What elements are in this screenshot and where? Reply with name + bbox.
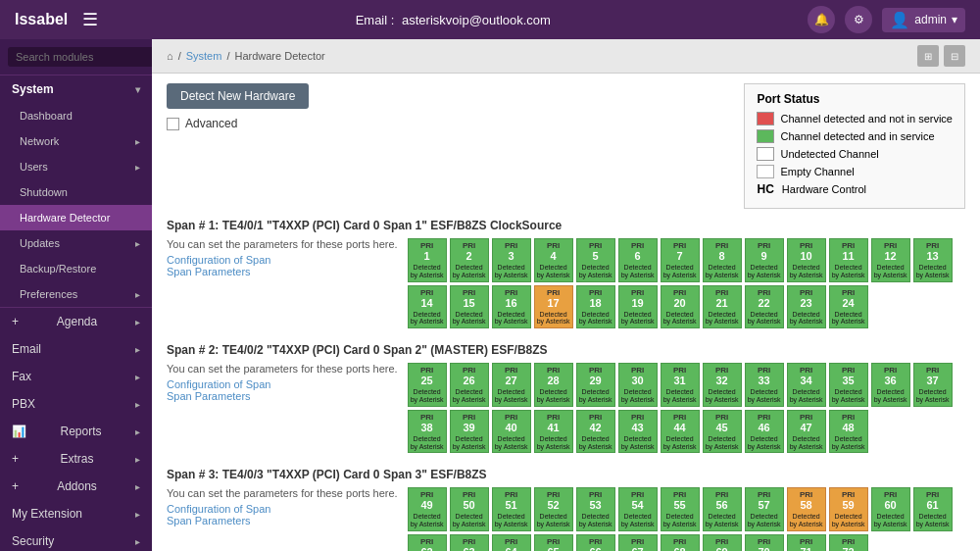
port-cell-68[interactable]: PRI 68 Detected by Asterisk [661, 534, 700, 551]
port-cell-52[interactable]: PRI 52 Detected by Asterisk [534, 487, 573, 531]
sidebar-item-addons[interactable]: + Addons ▸ [0, 473, 152, 500]
port-cell-25[interactable]: PRI 25 Detected by Asterisk [408, 363, 447, 407]
sidebar-item-security[interactable]: Security ▸ [0, 527, 152, 551]
search-input[interactable] [8, 47, 152, 67]
port-cell-29[interactable]: PRI 29 Detected by Asterisk [576, 363, 615, 407]
port-cell-70[interactable]: PRI 70 Detected by Asterisk [745, 534, 784, 551]
port-cell-53[interactable]: PRI 53 Detected by Asterisk [576, 487, 615, 531]
port-cell-65[interactable]: PRI 65 Detected by Asterisk [534, 534, 573, 551]
port-cell-66[interactable]: PRI 66 Detected by Asterisk [576, 534, 615, 551]
port-cell-7[interactable]: PRI 7 Detected by Asterisk [661, 238, 700, 282]
port-cell-38[interactable]: PRI 38 Detected by Asterisk [408, 410, 447, 454]
port-cell-17[interactable]: PRI 17 Detected by Asterisk [534, 285, 573, 329]
sidebar-item-network[interactable]: Network ▸ [0, 128, 152, 154]
sidebar-item-shutdown[interactable]: Shutdown [0, 179, 152, 205]
port-cell-1[interactable]: PRI 1 Detected by Asterisk [408, 238, 447, 282]
port-cell-6[interactable]: PRI 6 Detected by Asterisk [618, 238, 658, 282]
port-cell-15[interactable]: PRI 15 Detected by Asterisk [450, 285, 489, 329]
port-cell-69[interactable]: PRI 69 Detected by Asterisk [703, 534, 742, 551]
port-cell-20[interactable]: PRI 20 Detected by Asterisk [661, 285, 700, 329]
sidebar-item-fax[interactable]: Fax ▸ [0, 363, 152, 390]
port-cell-51[interactable]: PRI 51 Detected by Asterisk [492, 487, 531, 531]
port-cell-32[interactable]: PRI 32 Detected by Asterisk [703, 363, 742, 407]
port-cell-3[interactable]: PRI 3 Detected by Asterisk [492, 238, 531, 282]
port-cell-30[interactable]: PRI 30 Detected by Asterisk [618, 363, 658, 407]
port-cell-19[interactable]: PRI 19 Detected by Asterisk [618, 285, 658, 329]
port-cell-12[interactable]: PRI 12 Detected by Asterisk [871, 238, 910, 282]
port-cell-39[interactable]: PRI 39 Detected by Asterisk [450, 410, 489, 454]
detect-hardware-button[interactable]: Detect New Hardware [167, 83, 309, 109]
port-cell-16[interactable]: PRI 16 Detected by Asterisk [492, 285, 531, 329]
port-cell-49[interactable]: PRI 49 Detected by Asterisk [408, 487, 447, 531]
sidebar-item-pbx[interactable]: PBX ▸ [0, 390, 152, 418]
port-cell-60[interactable]: PRI 60 Detected by Asterisk [871, 487, 910, 531]
sidebar-item-updates[interactable]: Updates ▸ [0, 230, 152, 256]
sidebar-item-dashboard[interactable]: Dashboard [0, 103, 152, 128]
port-cell-63[interactable]: PRI 63 Detected by Asterisk [450, 534, 489, 551]
port-cell-61[interactable]: PRI 61 Detected by Asterisk [913, 487, 953, 531]
sidebar-item-backup[interactable]: Backup/Restore [0, 256, 152, 281]
bell-button[interactable]: 🔔 [808, 6, 835, 33]
port-cell-22[interactable]: PRI 22 Detected by Asterisk [745, 285, 784, 329]
port-cell-56[interactable]: PRI 56 Detected by Asterisk [703, 487, 742, 531]
port-cell-67[interactable]: PRI 67 Detected by Asterisk [618, 534, 658, 551]
port-cell-48[interactable]: PRI 48 Detected by Asterisk [829, 410, 868, 454]
hamburger-icon[interactable]: ☰ [82, 9, 98, 30]
sidebar-item-my-extension[interactable]: My Extension ▸ [0, 500, 152, 527]
port-cell-42[interactable]: PRI 42 Detected by Asterisk [576, 410, 615, 454]
port-cell-28[interactable]: PRI 28 Detected by Asterisk [534, 363, 573, 407]
port-cell-50[interactable]: PRI 50 Detected by Asterisk [450, 487, 489, 531]
port-cell-13[interactable]: PRI 13 Detected by Asterisk [913, 238, 953, 282]
span-config-link1[interactable]: Configuration of Span [167, 503, 270, 515]
port-cell-41[interactable]: PRI 41 Detected by Asterisk [534, 410, 573, 454]
port-cell-33[interactable]: PRI 33 Detected by Asterisk [745, 363, 784, 407]
port-cell-18[interactable]: PRI 18 Detected by Asterisk [576, 285, 615, 329]
sidebar-item-preferences[interactable]: Preferences ▸ [0, 281, 152, 307]
port-cell-37[interactable]: PRI 37 Detected by Asterisk [913, 363, 953, 407]
port-cell-4[interactable]: PRI 4 Detected by Asterisk [534, 238, 573, 282]
port-cell-72[interactable]: PRI 72 Detected by Asterisk [829, 534, 868, 551]
port-cell-2[interactable]: PRI 2 Detected by Asterisk [450, 238, 489, 282]
port-cell-24[interactable]: PRI 24 Detected by Asterisk [829, 285, 868, 329]
port-cell-43[interactable]: PRI 43 Detected by Asterisk [618, 410, 658, 454]
port-cell-55[interactable]: PRI 55 Detected by Asterisk [661, 487, 700, 531]
port-cell-26[interactable]: PRI 26 Detected by Asterisk [450, 363, 489, 407]
port-cell-46[interactable]: PRI 46 Detected by Asterisk [745, 410, 784, 454]
port-cell-45[interactable]: PRI 45 Detected by Asterisk [703, 410, 742, 454]
port-cell-54[interactable]: PRI 54 Detected by Asterisk [618, 487, 658, 531]
port-cell-21[interactable]: PRI 21 Detected by Asterisk [703, 285, 742, 329]
span-config-link1[interactable]: Configuration of Span [167, 254, 270, 266]
port-cell-9[interactable]: PRI 9 Detected by Asterisk [745, 238, 784, 282]
sub-icon-1[interactable]: ⊞ [917, 45, 939, 67]
port-cell-27[interactable]: PRI 27 Detected by Asterisk [492, 363, 531, 407]
port-cell-5[interactable]: PRI 5 Detected by Asterisk [576, 238, 615, 282]
span-config-link2[interactable]: Span Parameters [167, 266, 251, 277]
port-cell-71[interactable]: PRI 71 Detected by Asterisk [787, 534, 826, 551]
sidebar-item-system[interactable]: System ▾ [0, 75, 152, 103]
user-menu[interactable]: 👤 admin ▾ [882, 8, 965, 32]
sidebar-item-users[interactable]: Users ▸ [0, 154, 152, 179]
span-config-link1[interactable]: Configuration of Span [167, 378, 270, 390]
sub-icon-2[interactable]: ⊟ [944, 45, 965, 67]
port-cell-36[interactable]: PRI 36 Detected by Asterisk [871, 363, 910, 407]
sidebar-item-reports[interactable]: 📊 Reports ▸ [0, 418, 152, 445]
port-cell-23[interactable]: PRI 23 Detected by Asterisk [787, 285, 826, 329]
port-cell-14[interactable]: PRI 14 Detected by Asterisk [408, 285, 447, 329]
sidebar-item-extras[interactable]: + Extras ▸ [0, 445, 152, 473]
port-cell-11[interactable]: PRI 11 Detected by Asterisk [829, 238, 868, 282]
sidebar-item-email[interactable]: Email ▸ [0, 335, 152, 363]
port-cell-34[interactable]: PRI 34 Detected by Asterisk [787, 363, 826, 407]
span-config-link2[interactable]: Span Parameters [167, 515, 251, 526]
port-cell-35[interactable]: PRI 35 Detected by Asterisk [829, 363, 868, 407]
port-cell-62[interactable]: PRI 62 Detected by Asterisk [408, 534, 447, 551]
port-cell-47[interactable]: PRI 47 Detected by Asterisk [787, 410, 826, 454]
port-cell-59[interactable]: PRI 59 Detected by Asterisk [829, 487, 868, 531]
breadcrumb-system[interactable]: System [186, 50, 222, 62]
port-cell-44[interactable]: PRI 44 Detected by Asterisk [661, 410, 700, 454]
sidebar-item-agenda[interactable]: + Agenda ▸ [0, 308, 152, 335]
port-cell-10[interactable]: PRI 10 Detected by Asterisk [787, 238, 826, 282]
sidebar-item-hardware-detector[interactable]: Hardware Detector [0, 205, 152, 230]
port-cell-57[interactable]: PRI 57 Detected by Asterisk [745, 487, 784, 531]
advanced-checkbox[interactable] [167, 118, 179, 130]
port-cell-31[interactable]: PRI 31 Detected by Asterisk [661, 363, 700, 407]
